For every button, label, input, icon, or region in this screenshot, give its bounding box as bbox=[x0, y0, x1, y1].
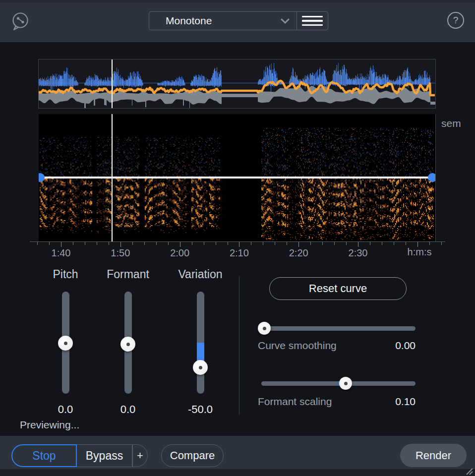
pitch-module-icon bbox=[10, 11, 30, 32]
time-axis-unit: h:m:s bbox=[408, 246, 432, 258]
reset-curve-button[interactable]: Reset curve bbox=[269, 277, 407, 300]
formant-slider-knob[interactable] bbox=[120, 337, 135, 352]
curve-smoothing-knob[interactable] bbox=[258, 322, 271, 335]
compare-button[interactable]: Compare bbox=[161, 444, 224, 467]
overview-canvas[interactable] bbox=[39, 60, 435, 108]
spectrogram-right-edge bbox=[435, 114, 436, 241]
pitch-overview-panel bbox=[38, 59, 436, 109]
curve-smoothing-value[interactable]: 0.00 bbox=[395, 340, 416, 352]
formant-scaling-value[interactable]: 0.10 bbox=[395, 396, 416, 408]
preset-name: Monotone bbox=[166, 15, 212, 27]
help-button[interactable]: ? bbox=[447, 12, 464, 29]
hamburger-icon bbox=[302, 20, 323, 22]
render-button[interactable]: Render bbox=[400, 444, 467, 467]
spectrogram-panel bbox=[39, 114, 435, 241]
panel-divider bbox=[239, 276, 239, 415]
window-top-edge bbox=[0, 0, 475, 3]
resize-grip[interactable] bbox=[463, 468, 474, 475]
curve-smoothing-label: Curve smoothing bbox=[258, 340, 337, 352]
title-bar: Monotone ? bbox=[0, 0, 475, 42]
formant-value[interactable]: 0.0 bbox=[120, 403, 136, 416]
bypass-button[interactable]: Bypass bbox=[77, 444, 132, 467]
preset-control: Monotone bbox=[149, 11, 328, 30]
preset-menu-button[interactable] bbox=[297, 12, 328, 30]
chevron-down-icon bbox=[281, 18, 290, 24]
stop-button[interactable]: Stop bbox=[11, 444, 77, 467]
question-mark-icon: ? bbox=[453, 15, 459, 26]
variation-slider-label: Variation bbox=[178, 268, 222, 281]
hamburger-icon bbox=[302, 24, 323, 26]
pitch-slider-knob[interactable] bbox=[58, 336, 73, 351]
window-bottom-edge bbox=[0, 469, 475, 476]
time-ruler: h:m:s 1:401:502:002:102:202:30 bbox=[30, 241, 446, 262]
spectrogram-canvas[interactable] bbox=[39, 114, 435, 241]
preset-dropdown[interactable]: Monotone bbox=[149, 12, 297, 30]
status-text: Previewing... bbox=[20, 419, 79, 431]
formant-slider-label: Formant bbox=[107, 268, 149, 281]
plugin-window: Monotone ? sem h:m:s 1:401:502:002:102:2… bbox=[0, 0, 475, 476]
formant-scaling-knob[interactable] bbox=[339, 377, 352, 390]
ruler-line bbox=[30, 241, 445, 242]
hamburger-icon bbox=[302, 16, 323, 18]
pitch-slider-label: Pitch bbox=[53, 268, 78, 281]
unit-label: sem bbox=[441, 118, 461, 129]
variation-value[interactable]: -50.0 bbox=[188, 403, 213, 416]
pitch-value[interactable]: 0.0 bbox=[58, 403, 73, 416]
formant-scaling-label: Formant scaling bbox=[258, 396, 332, 408]
variation-slider-knob[interactable] bbox=[193, 360, 208, 375]
curve-smoothing-track[interactable] bbox=[261, 326, 416, 331]
